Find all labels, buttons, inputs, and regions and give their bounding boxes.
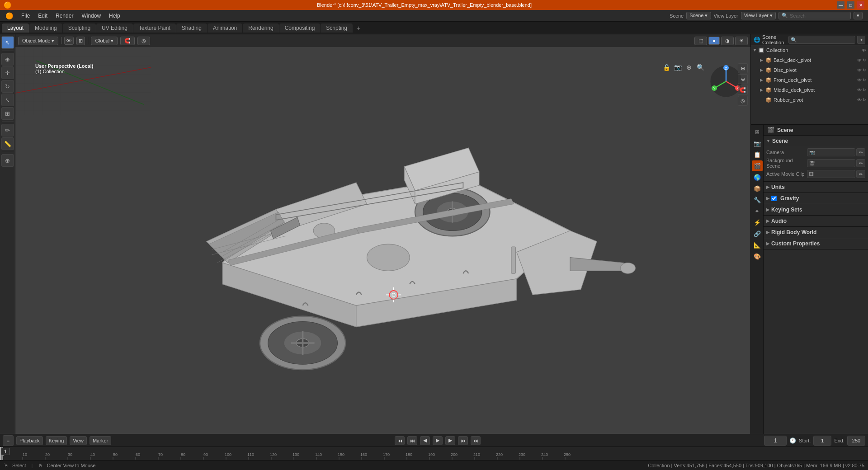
tab-shading[interactable]: Shading xyxy=(176,24,207,33)
jump-to-end-btn[interactable]: ⏭ xyxy=(471,436,481,445)
props-tab-object[interactable]: 📦 xyxy=(752,183,763,194)
outliner-item-middle-deck[interactable]: ▶ 📦 Middle_deck_pivot 👁 ↻ xyxy=(751,85,868,95)
vp-icon-snap[interactable]: 🧲 xyxy=(738,85,748,95)
vp-icon-proportional[interactable]: ◎ xyxy=(738,96,748,106)
scene-selector[interactable]: Scene ▾ xyxy=(686,12,711,19)
tool-measure[interactable]: 📏 xyxy=(1,137,14,150)
maximize-button[interactable]: □ xyxy=(847,1,854,9)
tab-uv-editing[interactable]: UV Editing xyxy=(96,24,133,33)
props-tab-render[interactable]: 🖥 xyxy=(752,127,763,137)
viewlayer-selector[interactable]: View Layer ▾ xyxy=(741,12,776,19)
tool-scale[interactable]: ⤡ xyxy=(1,94,14,106)
tab-scripting[interactable]: Scripting xyxy=(321,24,353,33)
viewport-overlay[interactable]: ⊞ xyxy=(76,37,85,45)
timeline-ruler[interactable]: 1 10 20 30 40 50 60 70 80 90 100 110 120… xyxy=(0,447,868,460)
outliner-sel-back-deck[interactable]: ↻ xyxy=(863,58,866,62)
menu-blender[interactable]: 🟠 xyxy=(2,11,17,20)
outliner-item-collection[interactable]: ▼ 🔲 Collection 👁 xyxy=(751,45,868,55)
outliner-vis-disc-pivot[interactable]: 👁 xyxy=(857,68,862,73)
props-tab-world[interactable]: 🌎 xyxy=(752,172,763,183)
outliner-filter-btn[interactable]: ▾ xyxy=(857,36,865,44)
add-workspace-button[interactable]: + xyxy=(353,23,364,33)
end-frame-input[interactable]: 250 xyxy=(847,436,865,446)
jump-back-btn[interactable]: ⏭ xyxy=(407,436,417,445)
tool-rotate[interactable]: ↻ xyxy=(1,80,14,93)
tab-compositing[interactable]: Compositing xyxy=(279,24,321,33)
props-tab-material[interactable]: 🎨 xyxy=(752,251,763,262)
props-tab-view-layer[interactable]: 📋 xyxy=(752,149,763,160)
current-frame-input[interactable]: 1 xyxy=(764,436,787,446)
tab-animation[interactable]: Animation xyxy=(208,24,242,33)
menu-file[interactable]: File xyxy=(18,12,33,20)
tool-annotate[interactable]: ✏ xyxy=(1,124,14,136)
props-value-background-scene[interactable]: 🎬 xyxy=(807,159,855,167)
next-frame-btn[interactable]: ▶ xyxy=(445,436,455,445)
tool-cursor[interactable]: ⊕ xyxy=(1,53,14,66)
snapping-btn[interactable]: 🧲 xyxy=(120,37,135,45)
movie-clip-edit-btn[interactable]: ✏ xyxy=(856,170,865,178)
outliner-vis-middle-deck[interactable]: 👁 xyxy=(857,88,862,93)
tab-sculpting[interactable]: Sculpting xyxy=(63,24,96,33)
outliner-item-rubber-pivot[interactable]: ▶ 📦 Rubber_pivot 👁 ↻ xyxy=(751,95,868,105)
global-transform-selector[interactable]: Global ▾ xyxy=(91,37,118,45)
section-keying-sets-header[interactable]: ▶ Keying Sets xyxy=(764,204,868,215)
outliner-search-input[interactable] xyxy=(788,36,855,44)
props-value-camera[interactable]: 📷 xyxy=(807,148,855,156)
section-gravity-header[interactable]: ▶ Gravity xyxy=(764,193,868,204)
section-scene-header[interactable]: ▼ Scene xyxy=(764,136,868,146)
keying-label[interactable]: Keying xyxy=(46,436,67,445)
camera-edit-btn[interactable]: ✏ xyxy=(856,148,865,156)
prev-frame-btn[interactable]: ◀ xyxy=(420,436,430,445)
vp-icon-search[interactable]: 🔍 xyxy=(695,62,705,72)
outliner-vis-collection[interactable]: 👁 xyxy=(862,48,866,53)
material-display[interactable]: ◑ xyxy=(721,37,734,45)
playback-label[interactable]: Playback xyxy=(16,436,43,445)
outliner-sel-rubber-pivot[interactable]: ↻ xyxy=(863,98,866,102)
outliner-item-back-deck[interactable]: ▶ 📦 Back_deck_pivot 👁 ↻ xyxy=(751,55,868,65)
outliner-item-disc-pivot[interactable]: ▶ 📦 Disc_pivot 👁 ↻ xyxy=(751,65,868,75)
proportional-editing[interactable]: ◎ xyxy=(137,37,150,45)
props-tab-modifier[interactable]: 🔧 xyxy=(752,194,763,205)
section-audio-header[interactable]: ▶ Audio xyxy=(764,216,868,226)
menu-window[interactable]: Window xyxy=(78,12,104,20)
view-label[interactable]: View xyxy=(70,436,87,445)
section-rigid-body-world-header[interactable]: ▶ Rigid Body World xyxy=(764,227,868,238)
background-scene-edit-btn[interactable]: ✏ xyxy=(856,159,865,167)
minimize-button[interactable]: — xyxy=(837,1,844,9)
vp-icon-camera[interactable]: 📷 xyxy=(673,62,683,72)
menu-help[interactable]: Help xyxy=(105,12,124,20)
solid-display[interactable]: ● xyxy=(708,37,720,45)
search-bar[interactable]: 🔍 Search xyxy=(778,12,851,19)
outliner-sel-front-deck[interactable]: ↻ xyxy=(863,78,866,82)
vp-icon-lock[interactable]: 🔒 xyxy=(661,62,671,72)
props-tab-data[interactable]: 📐 xyxy=(752,240,763,250)
render-display[interactable]: ☀ xyxy=(735,37,748,45)
jump-forward-btn[interactable]: ⏮ xyxy=(458,436,468,445)
outliner-vis-back-deck[interactable]: 👁 xyxy=(857,58,862,63)
tool-add-object[interactable]: ⊕ xyxy=(1,154,14,167)
menu-render[interactable]: Render xyxy=(52,12,77,20)
viewport[interactable]: Object Mode ▾ 👁 ⊞ Global ▾ 🧲 ◎ ⬚ ● ◑ ☀ xyxy=(15,34,750,434)
vp-icon-gizmo[interactable]: ⊕ xyxy=(738,74,748,84)
jump-to-start-btn[interactable]: ⏮ xyxy=(395,436,405,445)
viewport-canvas[interactable]: User Perspective (Local) (1) Collection … xyxy=(15,47,750,434)
tool-move[interactable]: ✛ xyxy=(1,66,14,79)
props-value-active-movie-clip[interactable]: 🎞 xyxy=(807,170,855,178)
outliner-sel-disc-pivot[interactable]: ↻ xyxy=(863,68,866,72)
tab-texture-paint[interactable]: Texture Paint xyxy=(133,24,176,33)
close-button[interactable]: ✕ xyxy=(857,1,864,9)
filter-btn[interactable]: ▾ xyxy=(854,12,863,19)
wire-display[interactable]: ⬚ xyxy=(694,37,707,45)
marker-label[interactable]: Marker xyxy=(90,436,111,445)
props-tab-particles[interactable]: ✦ xyxy=(752,206,763,216)
outliner-vis-rubber-pivot[interactable]: 👁 xyxy=(857,98,862,103)
object-mode-selector[interactable]: Object Mode ▾ xyxy=(18,37,58,45)
viewport-show-hide[interactable]: 👁 xyxy=(64,37,74,45)
menu-edit[interactable]: Edit xyxy=(34,12,51,20)
tab-rendering[interactable]: Rendering xyxy=(243,24,278,33)
start-frame-input[interactable]: 1 xyxy=(813,436,831,446)
tab-layout[interactable]: Layout xyxy=(2,24,29,33)
tool-select[interactable]: ↖ xyxy=(1,36,14,49)
timeline-menu-icon[interactable]: ≡ xyxy=(3,435,14,446)
vp-icon-cursor[interactable]: ⊕ xyxy=(684,62,694,72)
